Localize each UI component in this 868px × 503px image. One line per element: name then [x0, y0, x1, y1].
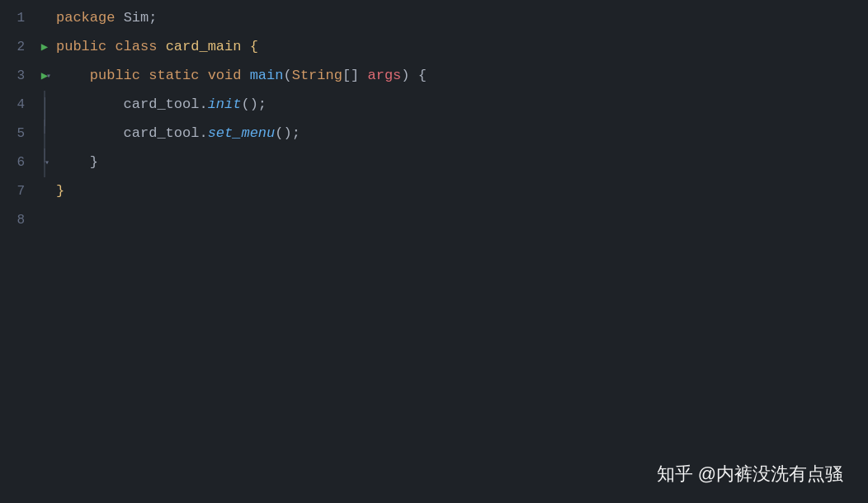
watermark: 知乎 @内裤没洗有点骚: [657, 462, 843, 487]
code-line-2: 2 ▶ public class card_main {: [0, 32, 868, 61]
run-arrow-2[interactable]: ▶: [41, 40, 48, 54]
code-content-6: }: [56, 148, 98, 176]
line-number-4: 4: [0, 97, 33, 112]
code-content-5: card_tool.set_menu();: [56, 119, 300, 148]
line-gutter-3[interactable]: ▶ ▾: [33, 68, 56, 82]
code-content-1: package Sim;: [56, 3, 157, 32]
code-line-3: 3 ▶ ▾ public static void main(String[] a…: [0, 61, 868, 90]
code-area: 1 package Sim; 2 ▶ public class card_mai…: [0, 0, 868, 503]
code-line-7: 7 }: [0, 176, 868, 205]
code-content-4: card_tool.init();: [56, 90, 267, 119]
line-number-2: 2: [0, 40, 33, 54]
code-line-1: 1 package Sim;: [0, 3, 868, 32]
line-number-6: 6: [0, 155, 33, 170]
fold-icon-3[interactable]: ▾: [46, 71, 51, 81]
fold-icon-6[interactable]: ▾: [45, 157, 50, 167]
code-line-5: 5 card_tool.set_menu();: [0, 119, 868, 148]
code-content-7: }: [56, 176, 64, 205]
code-line-8: 8: [0, 205, 868, 234]
line-number-5: 5: [0, 126, 33, 141]
code-line-6: 6 ▾ }: [0, 148, 868, 176]
code-content-2: public class card_main {: [56, 32, 258, 61]
editor-container: 1 package Sim; 2 ▶ public class card_mai…: [0, 0, 868, 503]
code-line-4: 4 card_tool.init();: [0, 90, 868, 119]
line-number-1: 1: [0, 11, 33, 26]
line-gutter-2[interactable]: ▶: [33, 40, 56, 54]
line-number-3: 3: [0, 68, 33, 83]
line-number-7: 7: [0, 184, 33, 199]
code-content-3: public static void main(String[] args) {: [56, 61, 427, 90]
line-number-8: 8: [0, 213, 33, 228]
